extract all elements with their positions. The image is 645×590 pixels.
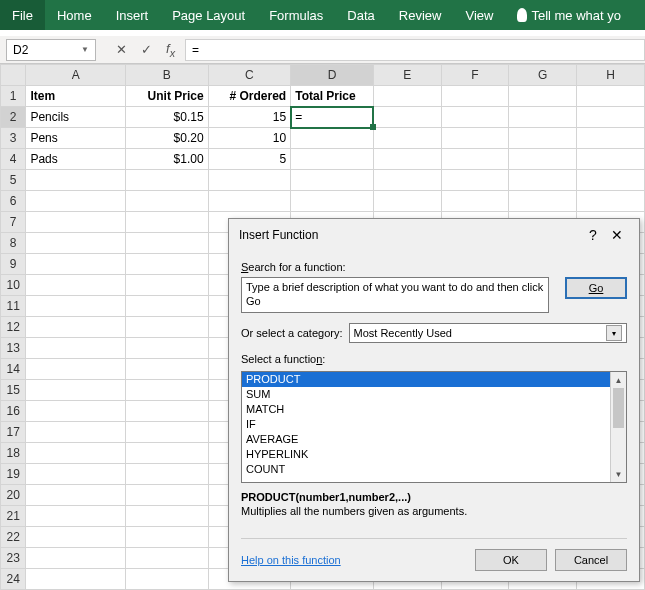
scrollbar[interactable]: ▲ ▼ (610, 372, 626, 482)
row-header-6[interactable]: 6 (1, 191, 26, 212)
chevron-down-icon[interactable]: ▼ (81, 45, 89, 54)
dialog-titlebar[interactable]: Insert Function ? ✕ (229, 219, 639, 251)
function-item[interactable]: MATCH (242, 402, 626, 417)
row-header-20[interactable]: 20 (1, 485, 26, 506)
dialog-help-icon[interactable]: ? (581, 227, 605, 243)
cell-G4[interactable] (509, 149, 577, 170)
search-input[interactable]: Type a brief description of what you wan… (241, 277, 549, 313)
row-header-1[interactable]: 1 (1, 86, 26, 107)
tab-home[interactable]: Home (45, 0, 104, 30)
cell-G2[interactable] (509, 107, 577, 128)
cell-C4[interactable]: 5 (208, 149, 291, 170)
scroll-thumb[interactable] (613, 388, 624, 428)
function-item[interactable]: PRODUCT (242, 372, 626, 387)
select-all-corner[interactable] (1, 65, 26, 86)
cell-F3[interactable] (441, 128, 509, 149)
cell-D4[interactable] (291, 149, 374, 170)
function-list[interactable]: PRODUCT SUM MATCH IF AVERAGE HYPERLINK C… (241, 371, 627, 483)
cell-A2[interactable]: Pencils (26, 107, 126, 128)
cell-D3[interactable] (291, 128, 374, 149)
cell-B3[interactable]: $0.20 (125, 128, 208, 149)
fx-icon[interactable]: fx (166, 41, 175, 59)
cell-E3[interactable] (373, 128, 441, 149)
row-header-15[interactable]: 15 (1, 380, 26, 401)
cell-C1[interactable]: # Ordered (208, 86, 291, 107)
cancel-icon[interactable]: ✕ (116, 42, 127, 57)
col-header-E[interactable]: E (373, 65, 441, 86)
enter-icon[interactable]: ✓ (141, 42, 152, 57)
cell-H3[interactable] (577, 128, 645, 149)
tab-formulas[interactable]: Formulas (257, 0, 335, 30)
cell-A4[interactable]: Pads (26, 149, 126, 170)
cell-D1[interactable]: Total Price (291, 86, 374, 107)
cell-F1[interactable] (441, 86, 509, 107)
cell-A3[interactable]: Pens (26, 128, 126, 149)
row-header-17[interactable]: 17 (1, 422, 26, 443)
row-header-21[interactable]: 21 (1, 506, 26, 527)
formula-bar[interactable]: = (185, 39, 645, 61)
close-icon[interactable]: ✕ (605, 227, 629, 243)
row-header-18[interactable]: 18 (1, 443, 26, 464)
cell-H2[interactable] (577, 107, 645, 128)
col-header-H[interactable]: H (577, 65, 645, 86)
cell-C2[interactable]: 15 (208, 107, 291, 128)
cell-G3[interactable] (509, 128, 577, 149)
row-header-3[interactable]: 3 (1, 128, 26, 149)
row-header-7[interactable]: 7 (1, 212, 26, 233)
row-header-12[interactable]: 12 (1, 317, 26, 338)
cell-F2[interactable] (441, 107, 509, 128)
function-item[interactable]: IF (242, 417, 626, 432)
tab-page-layout[interactable]: Page Layout (160, 0, 257, 30)
cell-D2[interactable]: = (291, 107, 374, 128)
col-header-B[interactable]: B (125, 65, 208, 86)
row-header-10[interactable]: 10 (1, 275, 26, 296)
row-header-9[interactable]: 9 (1, 254, 26, 275)
cell-E2[interactable] (373, 107, 441, 128)
row-header-24[interactable]: 24 (1, 569, 26, 590)
chevron-down-icon[interactable]: ▾ (606, 325, 622, 341)
function-item[interactable]: AVERAGE (242, 432, 626, 447)
cell-F4[interactable] (441, 149, 509, 170)
row-header-13[interactable]: 13 (1, 338, 26, 359)
go-button[interactable]: Go (565, 277, 627, 299)
cell-C3[interactable]: 10 (208, 128, 291, 149)
ok-button[interactable]: OK (475, 549, 547, 571)
col-header-A[interactable]: A (26, 65, 126, 86)
cell-B2[interactable]: $0.15 (125, 107, 208, 128)
cancel-button[interactable]: Cancel (555, 549, 627, 571)
row-header-8[interactable]: 8 (1, 233, 26, 254)
row-header-2[interactable]: 2 (1, 107, 26, 128)
cell-B4[interactable]: $1.00 (125, 149, 208, 170)
row-header-16[interactable]: 16 (1, 401, 26, 422)
tab-review[interactable]: Review (387, 0, 454, 30)
row-header-5[interactable]: 5 (1, 170, 26, 191)
row-header-19[interactable]: 19 (1, 464, 26, 485)
name-box[interactable]: D2 ▼ (6, 39, 96, 61)
function-item[interactable]: HYPERLINK (242, 447, 626, 462)
function-item[interactable]: SUM (242, 387, 626, 402)
function-item[interactable]: COUNT (242, 462, 626, 477)
scroll-down-icon[interactable]: ▼ (611, 466, 626, 482)
row-header-14[interactable]: 14 (1, 359, 26, 380)
cell-G1[interactable] (509, 86, 577, 107)
cell-A1[interactable]: Item (26, 86, 126, 107)
tab-view[interactable]: View (453, 0, 505, 30)
col-header-D[interactable]: D (291, 65, 374, 86)
tab-insert[interactable]: Insert (104, 0, 161, 30)
tab-file[interactable]: File (0, 0, 45, 30)
col-header-C[interactable]: C (208, 65, 291, 86)
cell-B1[interactable]: Unit Price (125, 86, 208, 107)
row-header-22[interactable]: 22 (1, 527, 26, 548)
category-select[interactable]: Most Recently Used ▾ (349, 323, 628, 343)
cell-E4[interactable] (373, 149, 441, 170)
cell-E1[interactable] (373, 86, 441, 107)
col-header-F[interactable]: F (441, 65, 509, 86)
tell-me-search[interactable]: Tell me what yo (505, 0, 633, 30)
scroll-up-icon[interactable]: ▲ (611, 372, 626, 388)
tab-data[interactable]: Data (335, 0, 386, 30)
row-header-11[interactable]: 11 (1, 296, 26, 317)
row-header-23[interactable]: 23 (1, 548, 26, 569)
col-header-G[interactable]: G (509, 65, 577, 86)
row-header-4[interactable]: 4 (1, 149, 26, 170)
cell-H4[interactable] (577, 149, 645, 170)
